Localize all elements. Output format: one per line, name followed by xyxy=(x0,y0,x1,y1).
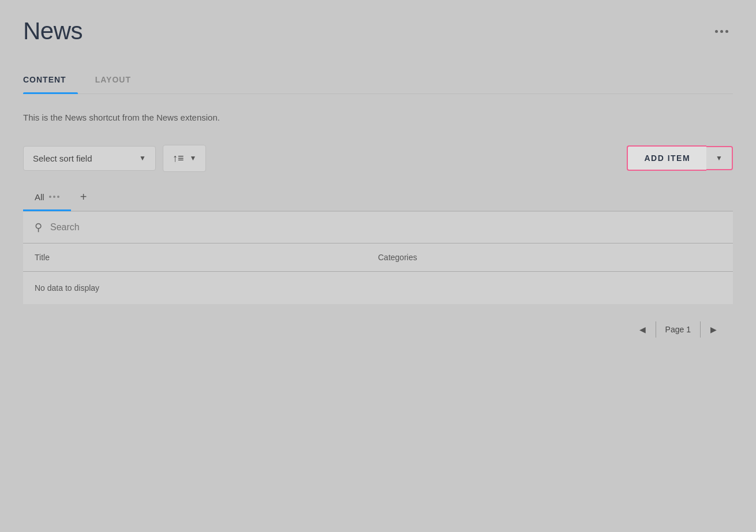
pagination: ◀ Page 1 ▶ xyxy=(23,304,733,355)
subtabs-container: All + xyxy=(23,183,733,212)
add-tab-icon: + xyxy=(80,190,87,203)
sort-field-dropdown[interactable]: Select sort field ▼ xyxy=(23,146,156,171)
sort-field-arrow-icon: ▼ xyxy=(139,154,146,162)
empty-table-message: No data to display xyxy=(23,272,733,304)
page-container: News CONTENT LAYOUT This is the News sho… xyxy=(0,0,756,532)
table-container: Title Categories No data to display xyxy=(23,243,733,304)
table-header: Title Categories xyxy=(23,243,733,272)
subtab-all-dots-icon xyxy=(49,196,59,198)
add-item-dropdown-arrow-icon: ▼ xyxy=(716,154,723,162)
subtabs: All + xyxy=(23,183,733,211)
search-input[interactable] xyxy=(50,222,721,233)
toolbar: Select sort field ▼ ↑≡ ▼ ADD ITEM ▼ xyxy=(23,145,733,172)
page-title: News xyxy=(23,17,83,45)
add-item-button-group: ADD ITEM ▼ xyxy=(627,145,733,171)
pagination-prev-button[interactable]: ◀ xyxy=(635,321,651,338)
column-header-categories: Categories xyxy=(378,253,721,262)
subtab-all[interactable]: All xyxy=(23,184,71,210)
pagination-divider-2 xyxy=(700,321,701,338)
tabs: CONTENT LAYOUT xyxy=(23,68,733,93)
tab-content[interactable]: CONTENT xyxy=(23,68,78,93)
add-item-main-button[interactable]: ADD ITEM xyxy=(627,145,706,171)
pagination-next-button[interactable]: ▶ xyxy=(705,321,721,338)
sort-order-arrow-icon: ▼ xyxy=(190,154,197,162)
search-container: ⚲ xyxy=(23,212,733,243)
sort-field-label: Select sort field xyxy=(33,153,134,163)
pagination-divider xyxy=(656,321,656,338)
sort-order-dropdown[interactable]: ↑≡ ▼ xyxy=(163,145,206,172)
header: News xyxy=(23,17,733,45)
column-header-title: Title xyxy=(35,253,378,262)
tabs-container: CONTENT LAYOUT xyxy=(23,68,733,94)
add-tab-button[interactable]: + xyxy=(71,183,96,211)
more-options-button[interactable] xyxy=(710,28,733,35)
tab-layout[interactable]: LAYOUT xyxy=(95,68,143,93)
sort-order-icon: ↑≡ xyxy=(173,152,184,164)
subtab-all-label: All xyxy=(35,192,44,202)
description-text: This is the News shortcut from the News … xyxy=(23,111,733,125)
pagination-label: Page 1 xyxy=(661,325,695,334)
search-icon: ⚲ xyxy=(35,221,42,234)
add-item-dropdown-button[interactable]: ▼ xyxy=(706,146,733,170)
